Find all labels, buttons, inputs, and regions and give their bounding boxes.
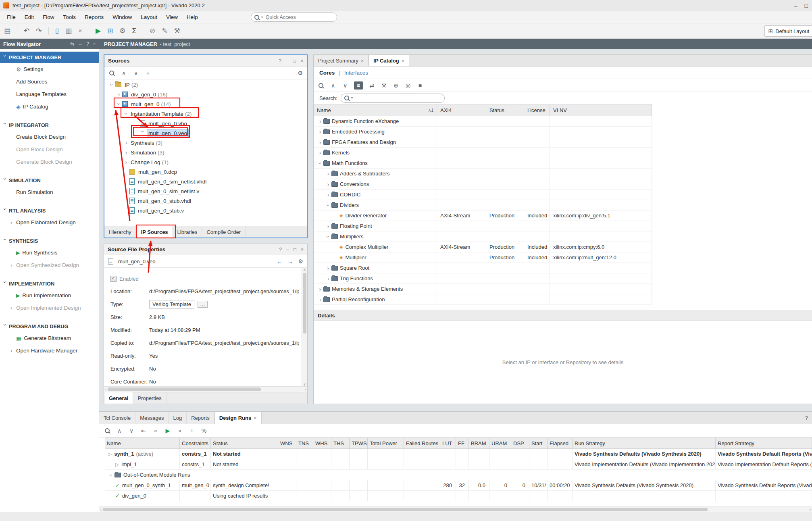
catalog-row-dynamic-function-exchange[interactable]: ›Dynamic Function eXchange xyxy=(314,116,652,127)
step-forward-icon[interactable]: » xyxy=(177,427,183,435)
chevron-right-icon[interactable]: › xyxy=(325,192,331,198)
dashboard-icon[interactable]: ⊞ xyxy=(107,27,113,34)
menu-layout[interactable]: Layout xyxy=(136,11,162,23)
undo-icon[interactable]: ↶ xyxy=(24,27,29,34)
help-icon[interactable]: ? xyxy=(279,247,282,252)
bottom-tab-reports[interactable]: Reports xyxy=(187,412,214,424)
refresh-icon[interactable]: ⇄ xyxy=(369,81,375,90)
tools-icon[interactable]: ⚒ xyxy=(174,27,180,34)
tree-item-change-log[interactable]: ›Change Log(1) xyxy=(104,157,307,167)
column-header-status[interactable]: Status xyxy=(486,104,524,116)
flow-item-run-simulation[interactable]: Run Simulation xyxy=(0,186,99,198)
catalog-row-conversions[interactable]: ›Conversions xyxy=(314,179,652,190)
chevron-right-icon[interactable]: › xyxy=(123,140,129,146)
chevron-right-icon[interactable]: ▷ xyxy=(108,451,112,457)
ip-catalog-search-box[interactable] xyxy=(341,94,445,103)
flow-item-language-templates[interactable]: Language Templates xyxy=(0,88,99,100)
tree-item-mult-gen-0-vho[interactable]: mult_gen_0.vho xyxy=(104,119,307,128)
runs-group-row[interactable]: ›Out-of-Context Module Runs xyxy=(105,470,812,480)
column-header-total-power[interactable]: Total Power xyxy=(368,438,404,448)
scroll-left-icon[interactable]: ‹ xyxy=(105,387,106,392)
column-header-axi4[interactable]: AXI4 xyxy=(437,104,486,116)
column-header-start[interactable]: Start xyxy=(529,438,548,448)
create-run-icon[interactable]: + xyxy=(189,427,195,435)
enabled-checkbox[interactable] xyxy=(110,276,117,282)
catalog-row-fpga-features-and-design[interactable]: ›FPGA Features and Design xyxy=(314,137,652,148)
flow-item-ip-catalog[interactable]: ◈IP Catalog xyxy=(0,100,99,113)
redo-icon[interactable]: ↷ xyxy=(36,27,42,34)
runs-row-mult-gen-0-synth-1[interactable]: ✓mult_gen_0_synth_1mult_gen_0synth_desig… xyxy=(105,480,812,491)
flow-item-open-block-design[interactable]: Open Block Design xyxy=(0,143,99,156)
runs-hscrollbar[interactable]: ‹ › xyxy=(99,506,812,512)
flow-item-create-block-design[interactable]: Create Block Design xyxy=(0,131,99,143)
chevron-down-icon[interactable]: › xyxy=(108,81,115,88)
collapse-all-icon[interactable]: ∧ xyxy=(121,69,127,77)
back-button[interactable]: ← xyxy=(276,258,282,265)
menu-tools[interactable]: Tools xyxy=(59,11,81,23)
scrollbar-thumb[interactable] xyxy=(108,388,261,391)
flow-section-header-synthesis[interactable]: ›SYNTHESIS xyxy=(0,235,99,246)
menu-view[interactable]: View xyxy=(162,11,182,23)
workspace-tab-project-summary[interactable]: Project Summary× xyxy=(314,55,369,66)
catalog-row-math-functions[interactable]: ›Math Functions xyxy=(314,158,652,169)
chevron-right-icon[interactable]: › xyxy=(317,118,323,125)
chevron-right-icon[interactable]: › xyxy=(123,149,129,156)
sources-tab-hierarchy[interactable]: Hierarchy xyxy=(104,226,136,238)
menu-file[interactable]: File xyxy=(2,11,20,23)
chevron-down-icon[interactable]: › xyxy=(317,160,323,167)
chevron-down-icon[interactable]: › xyxy=(116,101,122,107)
column-header-bram[interactable]: BRAM xyxy=(469,438,489,448)
flow-item-open-hardware-manager[interactable]: ›Open Hardware Manager xyxy=(0,344,99,357)
save-icon[interactable]: ▤ xyxy=(4,27,10,34)
column-header-uram[interactable]: URAM xyxy=(489,438,511,448)
chevron-right-icon[interactable]: › xyxy=(325,223,331,229)
chevron-down-icon[interactable]: › xyxy=(325,202,331,208)
column-header-elapsed[interactable]: Elapsed xyxy=(548,438,573,448)
minimize-panel-icon[interactable]: – xyxy=(286,58,289,64)
column-header-name[interactable]: Name xyxy=(105,438,180,448)
column-header-license[interactable]: License xyxy=(524,104,550,116)
scroll-left-icon[interactable]: ‹ xyxy=(100,507,102,512)
percent-icon[interactable]: ⊘ xyxy=(150,27,155,34)
menu-flow[interactable]: Flow xyxy=(38,11,59,23)
forward-button[interactable]: → xyxy=(287,258,293,265)
catalog-row-adders-subtracters[interactable]: ›Adders & Subtracters xyxy=(314,169,652,179)
collapse-all-icon[interactable]: ∧ xyxy=(116,427,123,435)
scrollbar-thumb[interactable] xyxy=(303,273,306,333)
ellipsis-button[interactable]: … xyxy=(198,301,208,308)
close-panel-icon[interactable]: × xyxy=(300,58,303,64)
expand-all-icon[interactable]: ∨ xyxy=(133,69,139,77)
flow-item-run-implementation[interactable]: ▶Run Implementation xyxy=(0,289,99,302)
column-header-report-strategy[interactable]: Report Strategy xyxy=(716,438,812,448)
layout-selector[interactable]: ⊞ Default Layout xyxy=(764,25,812,37)
ip-catalog-search-input[interactable] xyxy=(355,95,441,101)
menu-icon[interactable]: ≡ xyxy=(93,41,96,47)
sources-tab-ip-sources[interactable]: IP Sources xyxy=(136,226,173,238)
target-icon[interactable]: ◎ xyxy=(405,81,411,90)
properties-settings-gear-icon[interactable]: ⚙ xyxy=(298,258,303,265)
catalog-row-kernels[interactable]: ›Kernels xyxy=(314,148,652,158)
column-header-ths[interactable]: THS xyxy=(331,438,350,448)
maximize-button[interactable]: □ xyxy=(805,2,808,9)
menu-window[interactable]: Window xyxy=(108,11,136,23)
tree-item-ip[interactable]: ›IP(2) xyxy=(104,80,307,90)
chevron-right-icon[interactable]: › xyxy=(325,275,331,282)
tree-item-synthesis[interactable]: ›Synthesis(3) xyxy=(104,138,307,148)
chevron-right-icon[interactable]: › xyxy=(123,159,129,165)
catalog-row-floating-point[interactable]: ›Floating Point xyxy=(314,221,652,231)
quick-access-search[interactable] xyxy=(251,13,337,22)
catalog-row-cordic[interactable]: ›CORDIC xyxy=(314,190,652,200)
chevron-right-icon[interactable]: › xyxy=(317,286,323,292)
column-header-dsp[interactable]: DSP xyxy=(511,438,529,448)
menu-reports[interactable]: Reports xyxy=(80,11,108,23)
column-header-tns[interactable]: TNS xyxy=(296,438,313,448)
catalog-row-multiplier[interactable]: ◆MultiplierProductionIncludedxilinx.com:… xyxy=(314,252,652,263)
chevron-down-icon[interactable]: › xyxy=(123,110,129,117)
flow-section-header-simulation[interactable]: ›SIMULATION xyxy=(0,175,99,186)
chevron-down-icon[interactable]: › xyxy=(325,233,331,240)
run-icon[interactable]: ▶ xyxy=(96,27,101,34)
first-run-icon[interactable]: ⇤ xyxy=(140,427,147,435)
catalog-row-dividers[interactable]: ›Dividers xyxy=(314,200,652,210)
sources-tab-compile-order[interactable]: Compile Order xyxy=(202,226,246,238)
search-icon[interactable] xyxy=(108,69,115,77)
